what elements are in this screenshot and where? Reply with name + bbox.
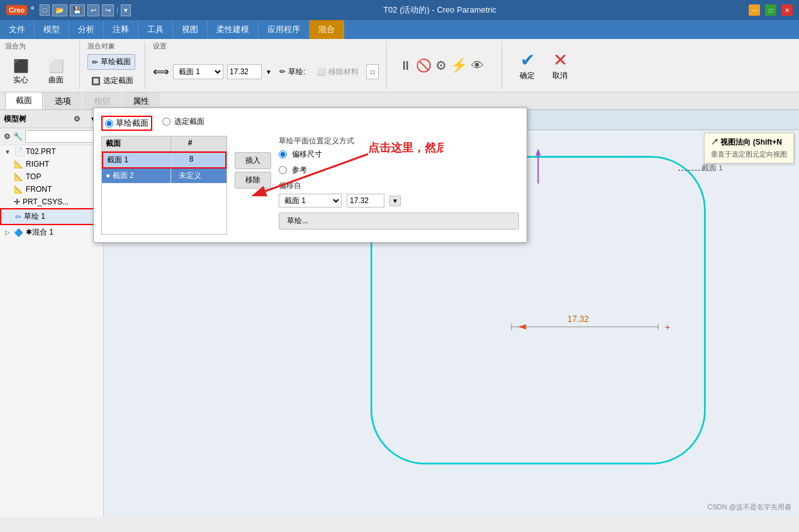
remove-material-btn[interactable]: ⬜ 移除材料 [313,65,362,79]
section-dropdown[interactable]: 截面 1 [173,64,223,79]
quick-open-btn[interactable]: 📂 [52,4,67,16]
check-icon: ✔ [520,50,535,70]
radio-offset-label[interactable]: 偏移尺寸 [292,149,322,160]
dialog: 草绘截面 选定截面 截面 # 截面 1 8 [93,108,527,243]
dim-value: 17.32 [567,314,589,324]
sidebar-settings-btn[interactable]: ⚙ [70,113,83,125]
sidebar-tool-btn1[interactable]: ⚙ [4,130,11,143]
radio-select-section-text: 选定截面 [174,116,204,127]
row1-num: 8 [172,153,210,167]
surface-icon: ⬜ [48,58,64,74]
window-controls: ─ □ ✕ [749,4,793,16]
remove-btn[interactable]: 移除 [235,172,271,189]
sidebar-tool-btn2[interactable]: 🔧 [13,130,23,143]
col-section-header: 截面 [102,136,171,151]
close-btn[interactable]: ✕ [781,4,793,16]
insert-btn[interactable]: 插入 [235,152,271,169]
special2-btn[interactable]: ⚡ [450,57,467,74]
remove-material-label: 移除材料 [328,67,359,77]
blend1-icon: 🔷 [14,228,23,237]
minimize-btn[interactable]: ─ [749,4,760,16]
tab-tangent[interactable]: 相切 [83,92,121,109]
sketch1-icon: ✏ [15,213,21,221]
radio-reference-label[interactable]: 参考 [292,165,307,175]
dialog-radios: 草绘截面 选定截面 [101,116,519,131]
radio-sketch-section-text: 草绘截面 [116,118,148,129]
menu-model[interactable]: 模型 [35,20,69,39]
sketch-ellipsis-btn[interactable]: 草绘... [279,213,519,230]
quick-extra-btn[interactable]: ▾ [121,4,131,16]
logo-text: ° [31,5,35,15]
offset-section-select[interactable]: 截面 1 [279,194,342,208]
sketch-ribbon-label: 草绘: [288,67,305,77]
radio-reference-row: 参考 [279,165,519,175]
menu-flexible[interactable]: 柔性建模 [208,20,259,39]
tree-item-t02prt[interactable]: ▼ 📄 T02.PRT [0,145,103,158]
offset-controls: 截面 1 ▼ [279,194,519,208]
sketch1-label: 草绘 1 [24,211,45,222]
dialog-content: 草绘截面 选定截面 截面 # 截面 1 8 [94,108,527,242]
arrow-left-btn[interactable]: ⟺ [153,65,169,79]
quick-redo-btn[interactable]: ↪ [102,4,114,16]
ribbon-right-controls: ⏸ 🚫 ⚙ ⚡ 👁 [394,42,484,89]
tree-item-blend1[interactable]: ▷ 🔷 ✱混合 1 [0,225,103,240]
offset-dropdown-arrow[interactable]: ▼ [389,196,401,206]
surface-btn[interactable]: ⬜ 曲面 [40,56,72,88]
menu-view[interactable]: 视图 [173,20,208,39]
quick-new-btn[interactable]: □ [40,4,50,16]
t02prt-label: T02.PRT [26,147,56,156]
tab-properties[interactable]: 属性 [122,92,160,109]
special1-btn[interactable]: ⚙ [435,58,447,73]
radio-sketch-section[interactable] [105,119,113,128]
row2-num: 未定义 [171,169,209,183]
quick-undo-btn[interactable]: ↩ [87,4,99,16]
tab-section[interactable]: 截面 [5,92,43,109]
radio-offset-row: 偏移尺寸 [279,149,519,160]
table-row-1[interactable]: 截面 1 8 [102,152,226,169]
options-extra-btn[interactable]: □ [366,64,379,79]
offset-value-input[interactable] [347,194,384,208]
special3-btn[interactable]: 👁 [471,58,484,73]
radio-select-section-label[interactable]: 选定截面 [162,116,204,127]
remove-material-icon: ⬜ [316,67,326,76]
top-label: TOP [26,172,41,181]
menu-blend[interactable]: 混合 [310,20,344,39]
radio-reference[interactable] [279,166,287,174]
table-row-2[interactable]: ● 截面 2 未定义 [102,169,226,184]
blendfor-label: 混合为 [5,42,72,51]
sketch-ribbon-btn[interactable]: ✏ 草绘: [276,65,309,79]
quick-save-btn[interactable]: 💾 [70,4,85,16]
tab-options[interactable]: 选项 [44,92,82,109]
menu-tools[interactable]: 工具 [138,20,173,39]
row1-name: 截面 1 [103,153,172,167]
select-section-ribbon-btn[interactable]: 🔲 选定截面 [87,74,137,88]
window-title: T02 (活动的) - Creo Parametric [131,4,749,16]
dimension-dropdown-btn[interactable]: ▼ [265,69,272,75]
no-btn[interactable]: 🚫 [416,58,432,73]
offset-from-section: 偏移自 截面 1 ▼ [279,180,519,208]
tree-item-sketch1[interactable]: ✏ 草绘 1 [0,208,103,225]
tooltip-box: ↗ 视图法向 (Shift+N 垂直于选定图元定向视图 [704,133,794,163]
solid-btn[interactable]: ⬛ 实心 [5,56,36,88]
maximize-btn[interactable]: □ [765,4,776,16]
tree-item-front[interactable]: 📐 FRONT [0,183,103,196]
dialog-right-panel: 草绘平面位置定义方式 偏移尺寸 参考 偏移自 截面 1 [279,136,519,235]
tree-item-right[interactable]: 📐 RIGHT [0,158,103,170]
menu-file[interactable]: 文件 [0,20,35,39]
radio-select-section[interactable] [162,118,170,126]
sketch-section-ribbon-btn[interactable]: ✏ 草绘截面 [87,54,135,70]
right-label: RIGHT [26,160,49,169]
radio-offset-dim[interactable] [279,150,287,158]
menu-analysis[interactable]: 分析 [69,20,104,39]
dimension-input[interactable] [227,64,262,79]
pause-btn[interactable]: ⏸ [400,58,412,73]
menu-annotation[interactable]: 注释 [104,20,138,39]
tree-item-prtcsys[interactable]: ✛ PRT_CSYS... [0,196,103,208]
tree-item-top[interactable]: 📐 TOP [0,170,103,183]
radio-sketch-section-label[interactable]: 草绘截面 [101,116,152,131]
expand-icon: ▼ [4,148,11,155]
ribbon-group-blendfor: 混合为 ⬛ 实心 ⬜ 曲面 [5,42,80,89]
menu-apps[interactable]: 应用程序 [259,20,310,39]
confirm-btn[interactable]: ✔ 确定 [512,47,542,84]
cancel-btn[interactable]: ✕ 取消 [545,47,575,84]
